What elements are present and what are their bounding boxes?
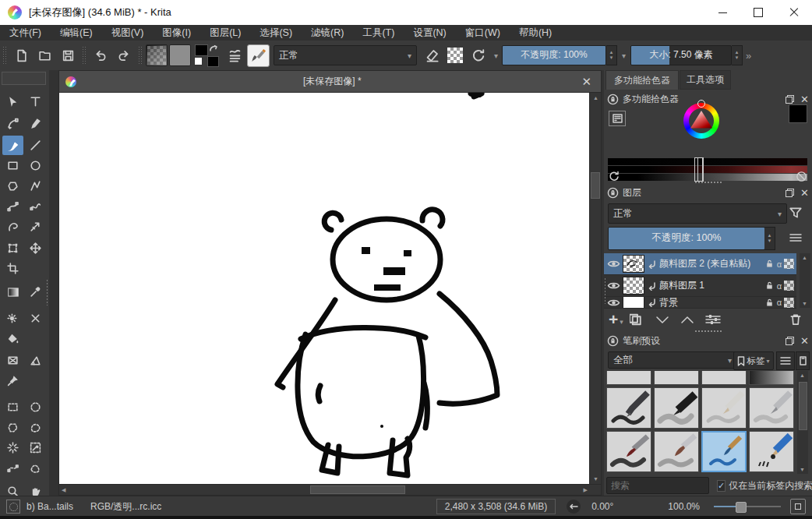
tool-polygon[interactable] bbox=[2, 176, 23, 196]
brush-size-slider[interactable]: 大小: 7.50 像素 bbox=[630, 45, 732, 65]
pattern-chooser[interactable] bbox=[169, 44, 191, 66]
tool-select-from-color[interactable] bbox=[25, 438, 46, 457]
brush-preset-paintbrush[interactable] bbox=[606, 431, 651, 472]
inherit-alpha-icon[interactable] bbox=[784, 298, 794, 308]
move-layer-up-button[interactable] bbox=[680, 314, 695, 325]
tool-gradient[interactable] bbox=[2, 282, 23, 302]
menu-window[interactable]: 窗口(W) bbox=[456, 26, 510, 40]
brush-grid-scrollbar[interactable]: ▲ ▼ bbox=[797, 371, 808, 474]
minimize-button[interactable] bbox=[704, 1, 740, 25]
gradient-chooser[interactable] bbox=[146, 44, 168, 66]
layer-lock-icon[interactable] bbox=[764, 259, 775, 269]
layer-lock-icon[interactable] bbox=[764, 281, 775, 291]
color-history-bar[interactable] bbox=[608, 158, 807, 165]
layer-opacity-slider[interactable]: 不透明度: 100% bbox=[608, 227, 765, 250]
layer-properties-button[interactable] bbox=[704, 313, 722, 326]
tool-smart-patch[interactable] bbox=[25, 309, 46, 328]
layer-filter-button[interactable] bbox=[786, 203, 806, 223]
duplicate-layer-button[interactable] bbox=[630, 312, 645, 327]
inherit-alpha-icon[interactable] bbox=[784, 281, 794, 291]
docker-splitter[interactable] bbox=[695, 182, 722, 183]
menu-tools[interactable]: 工具(T) bbox=[353, 26, 404, 40]
panel-splitter-handle[interactable] bbox=[604, 277, 606, 304]
layer-blending-mode-dropdown[interactable]: 正常 ▾ bbox=[608, 203, 787, 224]
search-scope-checkbox[interactable]: ✓ bbox=[717, 480, 726, 492]
tool-multibrush[interactable] bbox=[25, 217, 46, 236]
new-document-button[interactable] bbox=[10, 44, 32, 66]
canvas-horizontal-scrollbar[interactable]: ◀ ▶ bbox=[59, 484, 601, 495]
reload-preset-button[interactable] bbox=[468, 44, 489, 66]
scroll-down-icon[interactable]: ▼ bbox=[593, 476, 598, 482]
tool-edit-shapes[interactable] bbox=[2, 114, 23, 133]
tool-freehand-selection[interactable] bbox=[25, 418, 46, 437]
tool-move[interactable] bbox=[25, 238, 46, 258]
docker-lock-icon[interactable] bbox=[607, 187, 619, 199]
tool-line[interactable] bbox=[25, 136, 46, 155]
subwindow-close-icon[interactable]: ✕ bbox=[581, 76, 591, 86]
undo-button[interactable] bbox=[90, 44, 111, 66]
layer-thumbnail[interactable] bbox=[623, 255, 644, 273]
tool-polygonal-selection[interactable] bbox=[2, 418, 23, 437]
zoom-to-fit-button[interactable] bbox=[790, 499, 806, 514]
scroll-right-icon[interactable]: ▶ bbox=[584, 487, 588, 493]
redo-button[interactable] bbox=[113, 44, 135, 66]
open-document-button[interactable] bbox=[34, 44, 55, 66]
float-docker-icon[interactable] bbox=[786, 189, 794, 197]
opacity-spinner[interactable]: ▲▼ bbox=[606, 45, 617, 65]
close-docker-icon[interactable]: ✕ bbox=[800, 94, 809, 104]
layer-thumbnail[interactable] bbox=[623, 277, 644, 295]
scroll-down-icon[interactable]: ▼ bbox=[800, 467, 805, 472]
tool-crop[interactable] bbox=[2, 259, 23, 278]
hscroll-thumb[interactable] bbox=[310, 485, 405, 494]
brush-preset-watercolor-selected[interactable] bbox=[701, 431, 747, 472]
layer-row-paint-layer-1[interactable]: 颜料图层 1 α bbox=[604, 275, 796, 297]
hue-ring[interactable] bbox=[683, 103, 719, 139]
brush-preset-marker[interactable] bbox=[654, 387, 699, 429]
color-selector-settings-button[interactable] bbox=[609, 111, 626, 126]
brush-preset-white-pen[interactable] bbox=[701, 387, 747, 429]
scroll-up-icon[interactable]: ▲ bbox=[593, 95, 598, 101]
float-docker-icon[interactable] bbox=[786, 337, 794, 345]
brush-preset-round-brush[interactable] bbox=[654, 431, 699, 472]
preserve-alpha-button[interactable] bbox=[444, 44, 466, 66]
tab-advanced-color-selector[interactable]: 多功能拾色器 bbox=[605, 70, 679, 90]
choose-brush-preset-button[interactable] bbox=[224, 44, 245, 66]
tool-rectangle[interactable] bbox=[2, 156, 23, 175]
alpha-lock-badge[interactable]: α bbox=[777, 281, 782, 291]
brush-search-input[interactable] bbox=[606, 477, 709, 494]
tool-calligraphy[interactable] bbox=[25, 114, 46, 133]
tool-freehand-brush[interactable] bbox=[2, 136, 23, 155]
tool-bezier-curve[interactable] bbox=[2, 196, 23, 216]
subwindow-titlebar[interactable]: [未保存图像] * ✕ bbox=[59, 71, 601, 93]
toolbar-overflow-button[interactable]: » bbox=[746, 50, 751, 62]
tool-magnetic-selection[interactable] bbox=[25, 458, 46, 478]
toolbar-grip[interactable] bbox=[82, 46, 86, 65]
statusbar-brush-name[interactable]: b) Ba...tails bbox=[26, 501, 73, 512]
vscroll-thumb[interactable] bbox=[591, 172, 600, 199]
brush-scroll-thumb[interactable] bbox=[799, 382, 807, 430]
reload-dropdown-arrow[interactable]: ▾ bbox=[494, 51, 498, 60]
save-button[interactable] bbox=[57, 44, 79, 66]
brush-preset-ballpoint[interactable] bbox=[606, 387, 651, 429]
float-docker-icon[interactable] bbox=[786, 95, 794, 104]
menu-view[interactable]: 视图(V) bbox=[102, 26, 154, 40]
opacity-slider[interactable]: 不透明度: 100% bbox=[502, 45, 606, 65]
tool-transform-select[interactable] bbox=[2, 92, 23, 111]
statusbar-zoom-level[interactable]: 100.0% bbox=[668, 501, 700, 512]
layer-row-paint-layer-2[interactable]: 颜料图层 2 (来自粘贴) α bbox=[604, 253, 796, 275]
layer-row-background[interactable]: 背景 α bbox=[604, 297, 796, 309]
menu-edit[interactable]: 编辑(E) bbox=[51, 26, 102, 40]
layer-thumbnail[interactable] bbox=[623, 297, 644, 309]
close-docker-icon[interactable]: ✕ bbox=[800, 188, 809, 198]
brush-preset-tile[interactable] bbox=[749, 371, 794, 385]
red-shade-bar[interactable] bbox=[608, 166, 807, 173]
eraser-mode-button[interactable] bbox=[421, 44, 443, 66]
brush-preset-tile[interactable] bbox=[654, 371, 699, 385]
tool-transform[interactable] bbox=[2, 238, 23, 258]
tag-button[interactable]: 标签 ▾ bbox=[733, 351, 774, 370]
docker-lock-icon[interactable] bbox=[607, 335, 619, 347]
tool-bezier-selection[interactable] bbox=[2, 458, 23, 478]
menu-layer[interactable]: 图层(L) bbox=[200, 26, 250, 40]
menu-filter[interactable]: 滤镜(R) bbox=[302, 26, 353, 40]
close-docker-icon[interactable]: ✕ bbox=[800, 336, 809, 346]
